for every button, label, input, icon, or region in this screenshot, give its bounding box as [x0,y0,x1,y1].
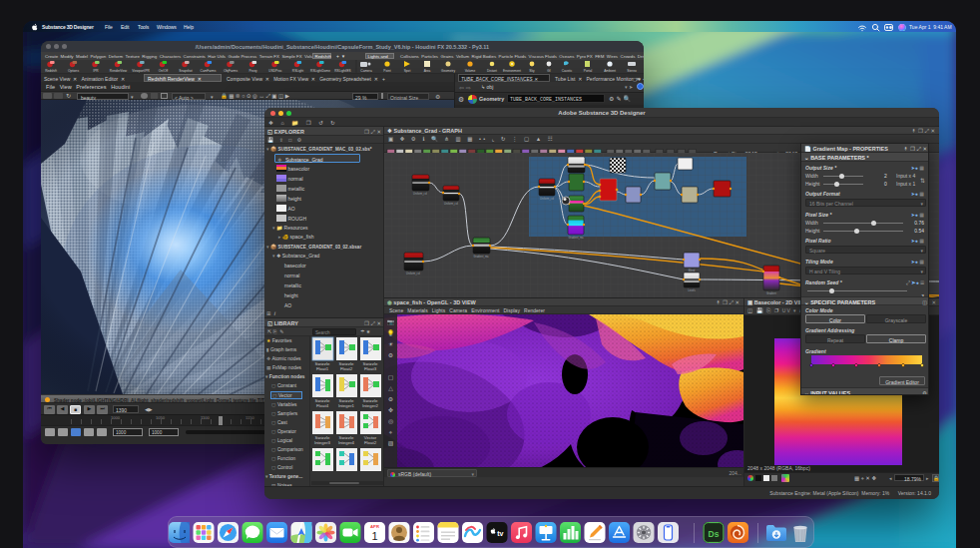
svg-text:Options: Options [68,69,79,73]
svg-text:Integer4: Integer4 [338,440,355,445]
svg-text:Float2: Float2 [364,440,377,445]
svg-text:Snapshot: Snapshot [179,69,193,73]
svg-text:Area: Area [424,69,431,73]
svg-text:GI: GI [547,69,550,73]
svg-text:Gradient: Gradient [766,291,776,295]
svg-text:Portal: Portal [584,69,593,73]
svg-text:Caustic: Caustic [562,69,573,73]
svg-text:tv: tv [497,530,503,537]
svg-text:RenderView: RenderView [110,69,128,73]
svg-text:Float2: Float2 [340,366,353,371]
svg-text:RSLightIES: RSLightIES [334,69,350,73]
svg-text:APR: APR [370,524,379,529]
svg-text:RSLightDome: RSLightDome [310,69,330,73]
svg-text:Ambient: Ambient [604,69,616,73]
svg-text:Float4: Float4 [316,403,329,408]
svg-text:ViewportIPR: ViewportIPR [132,69,150,73]
svg-text:Stereo: Stereo [627,69,637,73]
svg-text:Ds: Ds [709,529,720,539]
svg-text:ObjFarms: ObjFarms [224,69,238,73]
svg-text:Geometry: Geometry [441,69,455,73]
svg-text:Levels: Levels [688,288,696,292]
svg-text:IPR: IPR [93,69,99,73]
svg-text:Float1: Float1 [316,366,329,371]
svg-text:Uniform_col: Uniform_col [444,202,458,206]
svg-text:Redshift: Redshift [45,69,57,73]
svg-text:Proxy: Proxy [248,69,257,73]
svg-text:Integer3: Integer3 [314,440,331,445]
svg-text:Uniform_col: Uniform_col [540,197,554,201]
svg-text:On/Off: On/Off [159,69,168,73]
svg-text:Volume: Volume [465,69,476,73]
svg-text:Environment: Environment [503,69,521,73]
svg-text:Integer2: Integer2 [362,403,379,408]
svg-text:Gradient_ma: Gradient_ma [474,255,490,259]
svg-text:Uniform_col: Uniform_col [413,192,427,196]
svg-text:1: 1 [371,530,377,542]
svg-text:RSLight: RSLight [292,69,303,73]
svg-text:Float3: Float3 [364,366,377,371]
svg-text:Sky: Sky [529,69,535,73]
svg-text:Blend: Blend [689,269,696,273]
svg-text:Point: Point [383,69,390,73]
svg-text:Integer1: Integer1 [338,403,355,408]
svg-text:Distant: Distant [487,69,497,73]
svg-text:Gradient_ma: Gradient_ma [569,236,585,240]
svg-text:Uniform_col: Uniform_col [406,272,420,275]
svg-text:USDProc: USDProc [268,69,282,73]
svg-text:CamFarms: CamFarms [201,69,217,73]
svg-text:Spot: Spot [404,69,411,73]
svg-text:Camera: Camera [360,69,372,73]
